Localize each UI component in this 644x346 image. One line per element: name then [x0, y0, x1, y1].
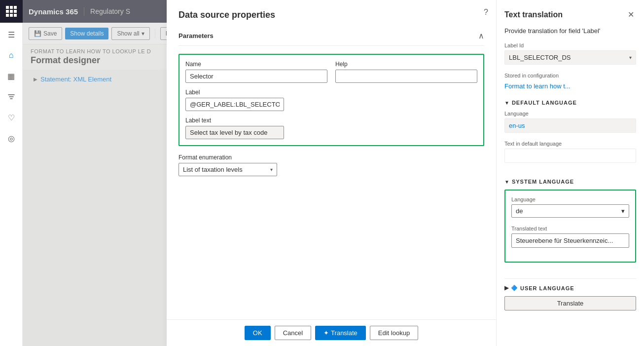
stored-in-group: Stored in configuration Format to learn …	[504, 73, 636, 92]
label-field-label: Label	[185, 89, 477, 96]
label-row: Label	[185, 89, 477, 111]
default-lang-label: Language	[504, 111, 636, 116]
label-id-text: LBL_SELECTOR_DS	[509, 54, 571, 61]
name-label: Name	[185, 61, 327, 68]
system-lang-label: Language	[511, 196, 629, 202]
default-language-title: ▼ DEFAULT LANGUAGE	[504, 100, 636, 106]
help-group: Help	[335, 61, 477, 83]
help-label: Help	[335, 61, 477, 68]
system-language-green-box: Language de ▾ Translated text	[504, 190, 636, 263]
user-lang-icon: 🔷	[511, 285, 518, 291]
label-id-value: LBL_SELECTOR_DS ▾	[504, 50, 636, 65]
default-language-section: ▼ DEFAULT LANGUAGE Language en-us Text i…	[504, 100, 636, 171]
parameters-label: Parameters	[179, 32, 214, 39]
default-text-input[interactable]	[504, 149, 636, 163]
ok-button[interactable]: OK	[245, 326, 271, 340]
sidebar-icon-circle[interactable]: ◎	[1, 128, 21, 148]
system-lang-select[interactable]: de ▾	[511, 204, 629, 218]
sidebar-icon-grid[interactable]: ▦	[1, 66, 21, 86]
filter-icon	[7, 93, 15, 101]
translate-button[interactable]: ✦ Translate	[315, 326, 366, 340]
user-lang-triangle-icon: ▶	[504, 285, 509, 291]
stored-in-label: Stored in configuration	[504, 73, 636, 78]
system-language-section: ▼ SYSTEM LANGUAGE Language de ▾ Translat…	[504, 179, 636, 270]
chevron-down-icon: ▾	[270, 167, 273, 172]
system-lang-section-label: SYSTEM LANGUAGE	[512, 179, 574, 185]
default-language-lang-group: Language en-us	[504, 111, 636, 133]
label-group: Label	[185, 89, 477, 111]
waffle-icon	[6, 6, 17, 17]
sidebar-icon-home[interactable]: ⌂	[1, 45, 21, 65]
stored-in-value[interactable]: Format to learn how t...	[504, 80, 636, 92]
edit-lookup-button[interactable]: Edit lookup	[370, 326, 418, 340]
label-text-value: Select tax level by tax code	[185, 126, 284, 139]
format-enum-group: Format enumeration List of taxation leve…	[179, 154, 277, 176]
user-language-section: ▶ 🔷 USER LANGUAGE Translate	[504, 278, 636, 310]
system-language-title: ▼ SYSTEM LANGUAGE	[504, 179, 636, 185]
parameters-section-header: Parameters ∧	[179, 26, 484, 46]
user-lang-title: USER LANGUAGE	[520, 285, 574, 291]
dialog-footer: OK Cancel ✦ Translate Edit lookup	[167, 319, 496, 346]
label-input[interactable]	[185, 98, 284, 111]
translated-text-group: Translated text	[511, 226, 629, 248]
translated-text-input[interactable]	[511, 233, 629, 248]
default-lang-section-label: DEFAULT LANGUAGE	[512, 100, 577, 106]
default-text-group: Text in default language	[504, 141, 636, 163]
system-lang-group: Language de ▾	[511, 196, 629, 218]
dialog: ? Data source properties Parameters ∧ Na…	[167, 23, 496, 346]
user-lang-header[interactable]: ▶ 🔷 USER LANGUAGE	[504, 285, 636, 291]
label-text-label: Label text	[185, 117, 477, 124]
dialog-body: Parameters ∧ Name Help	[167, 26, 496, 319]
right-panel: Text translation ✕ Provide translation f…	[496, 23, 644, 346]
cancel-button[interactable]: Cancel	[275, 326, 311, 340]
label-text-group: Label text Select tax level by tax code	[185, 117, 477, 139]
default-text-label: Text in default language	[504, 141, 636, 147]
name-help-row: Name Help	[185, 61, 477, 83]
system-lang-value: de	[516, 207, 523, 215]
dialog-header: Data source properties	[167, 23, 496, 26]
label-id-label: Label Id	[504, 42, 636, 48]
help-input[interactable]	[335, 70, 477, 83]
translation-subtitle: Provide translation for field 'Label'	[504, 27, 636, 35]
default-lang-collapse-icon[interactable]: ▼	[504, 100, 510, 106]
sidebar-icon-menu[interactable]: ☰	[1, 25, 21, 44]
label-text-row: Label text Select tax level by tax code	[185, 117, 477, 139]
label-id-chevron-icon: ▾	[629, 55, 632, 60]
format-enum-value: List of taxation levels	[183, 166, 243, 173]
section-collapse-icon[interactable]: ∧	[478, 31, 484, 40]
format-enum-label: Format enumeration	[179, 154, 277, 161]
default-lang-value: en-us	[504, 118, 636, 133]
right-translate-button[interactable]: Translate	[504, 296, 636, 310]
system-lang-collapse-icon[interactable]: ▼	[504, 179, 510, 185]
waffle-button[interactable]	[0, 0, 23, 23]
format-enum-select[interactable]: List of taxation levels ▾	[179, 163, 277, 176]
sidebar-icon-heart[interactable]: ♡	[1, 108, 21, 127]
translate-label: Translate	[331, 329, 358, 337]
green-outlined-box: Name Help Label	[179, 54, 484, 146]
system-lang-chevron-icon: ▾	[621, 207, 625, 215]
main-layout: ☰ ⌂ ▦ ♡ ◎ 💾 Save Show details Show all ▾…	[0, 23, 644, 346]
translate-icon: ✦	[323, 329, 329, 337]
translated-text-label: Translated text	[511, 226, 629, 231]
sidebar-icon-filter[interactable]	[1, 87, 21, 107]
label-id-group: Label Id LBL_SELECTOR_DS ▾	[504, 42, 636, 65]
name-group: Name	[185, 61, 327, 83]
sidebar: ☰ ⌂ ▦ ♡ ◎	[0, 23, 23, 346]
name-input[interactable]	[185, 70, 327, 83]
